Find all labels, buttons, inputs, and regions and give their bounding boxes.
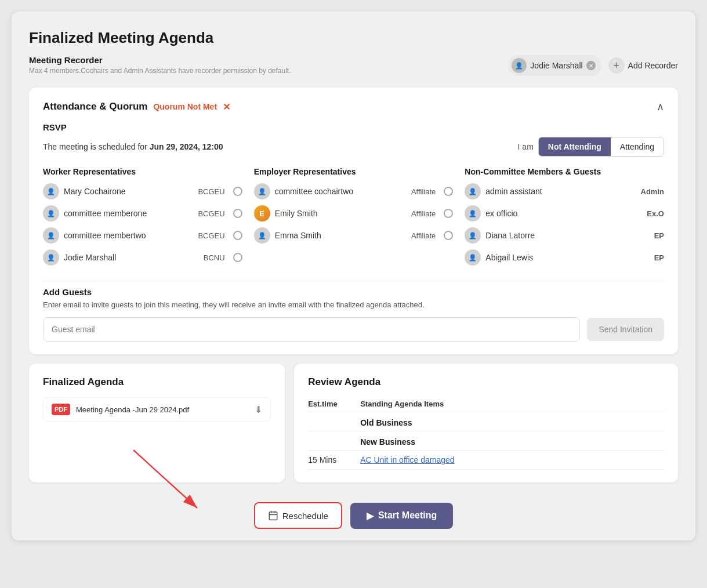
recorder-controls: 👤 Jodie Marshall ✕ + Add Recorder xyxy=(508,55,678,76)
add-guests-hint: Enter email to invite guests to join thi… xyxy=(43,300,664,309)
member-name: ex officio xyxy=(485,209,642,218)
pdf-icon: PDF xyxy=(52,404,70,415)
recorder-avatar: 👤 xyxy=(512,58,527,73)
recorder-label: Meeting Recorder xyxy=(29,55,291,65)
recorder-tag[interactable]: 👤 Jodie Marshall ✕ xyxy=(508,55,601,76)
play-icon: ▶ xyxy=(367,510,374,521)
member-role: EP xyxy=(654,231,664,240)
attending-button[interactable]: Attending xyxy=(611,137,664,156)
list-item: 👤 Diana Latorre EP xyxy=(465,227,664,244)
add-guests-title: Add Guests xyxy=(43,287,664,297)
meeting-date: The meeting is scheduled for Jun 29, 202… xyxy=(43,142,223,151)
avatar: 👤 xyxy=(465,205,481,222)
not-attending-button[interactable]: Not Attending xyxy=(539,137,611,156)
avatar: 👤 xyxy=(43,205,59,222)
finalized-agenda-card: Finalized Agenda PDF Meeting Agenda -Jun… xyxy=(29,364,285,482)
list-item: 👤 ex officio Ex.O xyxy=(465,205,664,222)
guest-input-row: Send Invitation xyxy=(43,317,664,342)
worker-reps-column: Worker Representatives 👤 Mary Cochairone… xyxy=(43,167,242,271)
members-grid: Worker Representatives 👤 Mary Cochairone… xyxy=(43,167,664,271)
table-row: Old Business xyxy=(308,412,664,431)
member-name: Diana Latorre xyxy=(485,231,649,240)
agenda-item-esttime: 15 Mins xyxy=(308,451,360,470)
list-item: 👤 committee memberone BCGEU xyxy=(43,205,242,222)
start-meeting-label: Start Meeting xyxy=(378,510,437,521)
member-name: admin assistant xyxy=(485,187,636,196)
employer-reps-title: Employer Representatives xyxy=(254,167,454,176)
member-name: Abigail Lewis xyxy=(485,253,649,262)
table-row: 15 Mins AC Unit in office damaged xyxy=(308,451,664,470)
list-item: 👤 Emma Smith Affiliate xyxy=(254,227,454,244)
agenda-item-link[interactable]: AC Unit in office damaged xyxy=(360,455,454,464)
recorder-remove-btn[interactable]: ✕ xyxy=(586,61,596,70)
member-radio[interactable] xyxy=(233,231,242,240)
member-radio[interactable] xyxy=(444,209,453,218)
avatar: 👤 xyxy=(43,183,59,199)
attendance-card: Attendance & Quorum Quorum Not Met ✕ ∧ R… xyxy=(29,88,678,354)
list-item: 👤 Jodie Marshall BCNU xyxy=(43,249,242,266)
table-row: New Business xyxy=(308,431,664,451)
member-radio[interactable] xyxy=(233,209,242,218)
agenda-item-label: AC Unit in office damaged xyxy=(360,451,664,470)
attendance-header: Attendance & Quorum Quorum Not Met ✕ ∧ xyxy=(43,100,664,113)
avatar: 👤 xyxy=(254,183,270,199)
agenda-section-name: New Business xyxy=(360,431,664,451)
add-recorder-button[interactable]: + Add Recorder xyxy=(608,57,678,74)
attendance-collapse-button[interactable]: ∧ xyxy=(657,100,664,113)
member-radio[interactable] xyxy=(233,253,242,262)
finalized-agenda-title: Finalized Agenda xyxy=(43,376,271,388)
rsvp-section: RSVP The meeting is scheduled for Jun 29… xyxy=(43,122,664,157)
recorder-info: Meeting Recorder Max 4 members.Cochairs … xyxy=(29,55,291,75)
list-item: 👤 admin assistant Admin xyxy=(465,183,664,199)
col-esttime: Est.time xyxy=(308,396,360,412)
avatar: 👤 xyxy=(465,249,481,266)
member-role: Admin xyxy=(641,187,664,196)
recorder-hint: Max 4 members.Cochairs and Admin Assista… xyxy=(29,67,291,75)
reschedule-button[interactable]: Reschedule xyxy=(254,502,342,529)
member-name: Emma Smith xyxy=(275,231,407,240)
member-radio[interactable] xyxy=(444,187,453,196)
review-agenda-title: Review Agenda xyxy=(308,376,664,388)
member-radio[interactable] xyxy=(233,187,242,196)
agenda-table: Est.time Standing Agenda Items Old Busin… xyxy=(308,396,664,470)
member-name: Jodie Marshall xyxy=(64,253,199,262)
member-role: EP xyxy=(654,253,664,262)
member-radio[interactable] xyxy=(444,231,453,240)
start-meeting-button[interactable]: ▶ Start Meeting xyxy=(350,503,453,529)
divider xyxy=(43,281,664,281)
agenda-section-name: Old Business xyxy=(360,412,664,431)
pdf-name: Meeting Agenda -Jun 29 2024.pdf xyxy=(76,405,249,414)
avatar: 👤 xyxy=(465,227,481,244)
svg-rect-2 xyxy=(269,512,277,520)
member-name: committee memberone xyxy=(64,209,193,218)
list-item: 👤 committee membertwo BCGEU xyxy=(43,227,242,244)
pdf-download-icon[interactable]: ⬇ xyxy=(255,404,262,415)
member-name: Emily Smith xyxy=(275,209,407,218)
employer-reps-column: Employer Representatives 👤 committee coc… xyxy=(254,167,454,271)
member-tag: BCGEU xyxy=(198,187,224,196)
avatar: E xyxy=(254,205,270,222)
i-am-label: I am xyxy=(518,142,534,151)
member-tag: Affiliate xyxy=(411,187,436,196)
pdf-row: PDF Meeting Agenda -Jun 29 2024.pdf ⬇ xyxy=(43,397,271,422)
recorder-name: Jodie Marshall xyxy=(530,61,582,70)
agenda-section-label xyxy=(308,431,360,451)
add-recorder-circle-icon: + xyxy=(608,57,625,74)
member-tag: BCNU xyxy=(204,253,225,262)
calendar-icon xyxy=(268,510,278,521)
member-name: committee cochairtwo xyxy=(275,187,407,196)
send-invitation-button[interactable]: Send Invitation xyxy=(587,318,664,341)
rsvp-title: RSVP xyxy=(43,122,664,132)
reschedule-label: Reschedule xyxy=(282,511,328,521)
quorum-x-icon: ✕ xyxy=(223,101,230,112)
recorder-section: Meeting Recorder Max 4 members.Cochairs … xyxy=(29,55,678,76)
non-committee-title: Non-Committee Members & Guests xyxy=(465,167,664,176)
list-item: E Emily Smith Affiliate xyxy=(254,205,454,222)
member-tag: BCGEU xyxy=(198,209,224,218)
guest-email-input[interactable] xyxy=(43,317,580,342)
avatar: 👤 xyxy=(43,227,59,244)
review-agenda-card: Review Agenda Est.time Standing Agenda I… xyxy=(294,364,678,482)
avatar: 👤 xyxy=(465,183,481,199)
quorum-badge: Quorum Not Met xyxy=(153,102,217,111)
list-item: 👤 Abigail Lewis EP xyxy=(465,249,664,266)
